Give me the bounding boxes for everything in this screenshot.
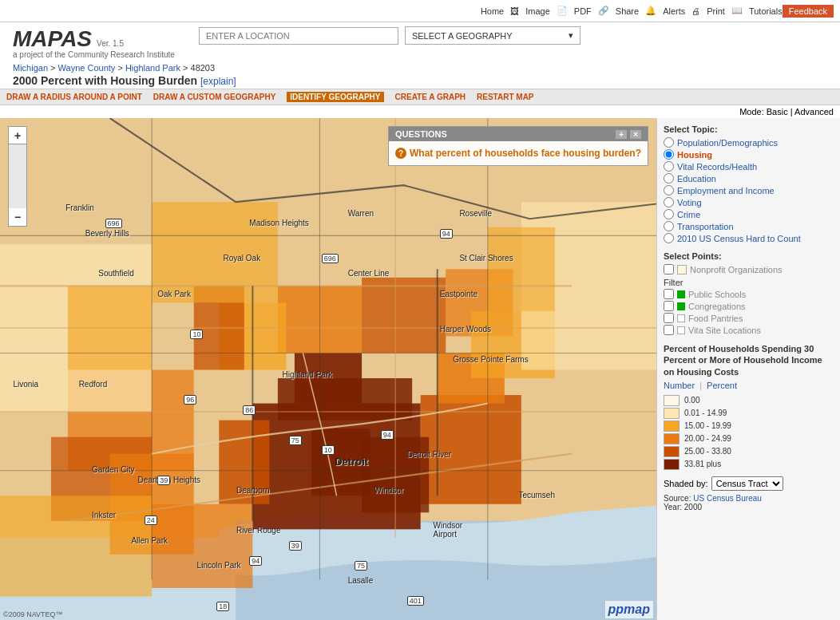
nav-share-icon: 🔗 <box>598 6 609 16</box>
legend-number-link[interactable]: Number <box>664 381 695 390</box>
topic-transportation[interactable]: Transportation <box>664 221 834 231</box>
explain-link[interactable]: [explain] <box>200 76 236 87</box>
app-version: Ver. 1.5 <box>97 39 124 48</box>
nav-image[interactable]: Image <box>525 6 550 16</box>
source-link[interactable]: US Census Bureau <box>693 494 762 503</box>
mode-basic[interactable]: Basic <box>767 107 788 116</box>
questions-title: QUESTIONS <box>395 129 447 139</box>
draw-radius-button[interactable]: DRAW A RADIUS AROUND A POINT <box>6 93 142 101</box>
zoom-in-button[interactable]: + <box>9 127 26 144</box>
svg-rect-18 <box>152 202 278 302</box>
app-logo: MAPAS <box>13 26 92 52</box>
zoom-controls: + − <box>8 126 27 227</box>
topic-crime[interactable]: Crime <box>664 209 834 219</box>
topic-education[interactable]: Education <box>664 173 834 184</box>
nav-share[interactable]: Share <box>616 6 639 16</box>
geography-select-label: SELECT A GEOGRAPHY <box>412 31 513 41</box>
topic-crime-label: Crime <box>677 210 700 219</box>
location-bar: SELECT A GEOGRAPHY ▾ <box>199 26 827 45</box>
svg-rect-25 <box>311 428 370 496</box>
vita-sites-label: Vita Site Locations <box>688 326 761 335</box>
legend-link-sep: | <box>699 381 704 390</box>
pmap-text: p <box>608 602 616 616</box>
topic-transportation-label: Transportation <box>677 222 734 231</box>
nav-pdf-icon: 📄 <box>557 6 568 16</box>
questions-minimize-button[interactable]: + <box>616 130 627 139</box>
pmap-logo: ppmap <box>605 601 653 618</box>
source-label: Source: <box>664 494 691 503</box>
legend-text-0: 0.00 <box>684 396 699 405</box>
nav-print[interactable]: Print <box>707 6 725 16</box>
topic-radio-group: Population/Demographics Housing Vital Re… <box>664 137 834 243</box>
legend-row-0: 0.00 <box>664 395 834 406</box>
topic-section: Select Topic: Population/Demographics Ho… <box>664 124 834 243</box>
topic-census[interactable]: 2010 US Census Hard to Count <box>664 233 834 243</box>
points-nonprofit[interactable]: Nonprofit Organizations <box>664 264 834 274</box>
nav-tutorials-icon: 📖 <box>731 6 743 16</box>
breadcrumb-state[interactable]: Michigan <box>13 63 48 73</box>
shaded-by-select[interactable]: Census Tract <box>711 476 783 491</box>
topic-voting[interactable]: Voting <box>664 197 834 207</box>
nonprofit-color-swatch <box>677 265 687 274</box>
points-public-schools[interactable]: Public Schools <box>664 289 834 299</box>
topic-population[interactable]: Population/Demographics <box>664 137 834 148</box>
topic-census-label: 2010 US Census Hard to Count <box>677 234 801 243</box>
topic-vital[interactable]: Vital Records/Health <box>664 161 834 172</box>
topic-employment-label: Employment and Income <box>677 186 775 195</box>
topic-housing[interactable]: Housing <box>664 149 834 160</box>
nonprofit-label: Nonprofit Organizations <box>690 265 783 274</box>
create-graph-button[interactable]: CREATE A GRAPH <box>395 93 466 101</box>
identify-geography-button[interactable]: IDENTIFY GEOGRAPHY <box>287 92 383 102</box>
geography-chevron-icon: ▾ <box>569 30 573 41</box>
shaded-by-label: Shaded by: <box>664 479 708 488</box>
nav-image-icon: 🖼 <box>510 6 519 16</box>
svg-rect-22 <box>152 504 252 588</box>
nav-pdf[interactable]: PDF <box>574 6 592 16</box>
nav-home[interactable]: Home <box>481 6 504 16</box>
legend-swatch-0 <box>664 395 680 406</box>
points-vita-sites[interactable]: Vita Site Locations <box>664 325 834 335</box>
nav-alerts-icon: 🔔 <box>645 6 656 16</box>
svg-rect-20 <box>488 227 555 311</box>
toolbar: DRAW A RADIUS AROUND A POINT DRAW A CUST… <box>0 89 840 105</box>
zoom-out-button[interactable]: − <box>9 208 26 226</box>
legend-swatch-5 <box>664 459 680 470</box>
topic-population-label: Population/Demographics <box>677 138 778 148</box>
legend-row-2: 15.00 - 19.99 <box>664 421 834 432</box>
questions-close-button[interactable]: × <box>630 130 641 139</box>
zoom-slider[interactable] <box>9 144 26 208</box>
year-label: Year: 2000 <box>664 503 702 511</box>
questions-question: What percent of households face housing … <box>395 148 641 159</box>
legend-swatch-2 <box>664 421 680 432</box>
legend-title: Percent of Households Spending 30 Percen… <box>664 343 834 377</box>
points-food-pantries[interactable]: Food Pantries <box>664 313 834 323</box>
legend-section: Percent of Households Spending 30 Percen… <box>664 343 834 511</box>
legend-percent-link[interactable]: Percent <box>707 381 737 390</box>
points-label: Select Points: <box>664 251 834 261</box>
draw-custom-button[interactable]: DRAW A CUSTOM GEOGRAPHY <box>153 93 276 101</box>
pmap-map: pmap <box>616 602 650 616</box>
topic-label: Select Topic: <box>664 124 834 134</box>
public-schools-color <box>677 290 685 298</box>
header: MAPAS Ver. 1.5 a project of the Communit… <box>0 22 840 89</box>
breadcrumb-city[interactable]: Highland Park <box>125 63 180 73</box>
public-schools-label: Public Schools <box>688 290 746 299</box>
map-area[interactable]: Franklin Beverly Hills Southfield Warren… <box>0 118 656 620</box>
shaded-by: Shaded by: Census Tract <box>664 476 834 491</box>
restart-map-button[interactable]: RESTART MAP <box>477 93 533 101</box>
svg-rect-21 <box>0 496 152 596</box>
location-input[interactable] <box>199 27 398 45</box>
topic-employment[interactable]: Employment and Income <box>664 185 834 195</box>
source-text: Source: US Census Bureau Year: 2000 <box>664 494 834 511</box>
points-congregations[interactable]: Congregations <box>664 301 834 311</box>
nav-alerts[interactable]: Alerts <box>663 6 685 16</box>
nav-tutorials[interactable]: Tutorials <box>749 6 783 16</box>
breadcrumb-county[interactable]: Wayne County <box>58 63 116 73</box>
feedback-button[interactable]: Feedback <box>783 5 834 18</box>
legend-text-2: 15.00 - 19.99 <box>684 421 731 430</box>
app-subtitle: a project of the Community Research Inst… <box>13 50 175 59</box>
geography-select[interactable]: SELECT A GEOGRAPHY ▾ <box>405 26 580 45</box>
mode-advanced[interactable]: Advanced <box>794 107 834 116</box>
filter-label: Filter <box>664 278 834 287</box>
legend-swatch-3 <box>664 433 680 444</box>
